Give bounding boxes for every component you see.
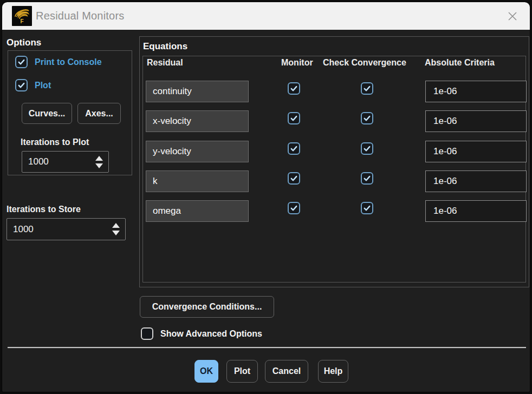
absolute-criteria-input[interactable]: 1e-06 [425, 200, 527, 222]
residual-monitors-dialog: F Residual Monitors Options Print to Con… [2, 2, 530, 392]
iterations-to-store-label: Iterations to Store [7, 205, 81, 214]
column-header-monitor: Monitor [281, 58, 313, 68]
monitor-checkbox[interactable] [288, 172, 300, 185]
monitor-checkbox[interactable] [288, 202, 300, 214]
plot-button[interactable]: Plot [226, 360, 258, 383]
print-to-console-label: Print to Console [35, 57, 102, 67]
iterations-to-plot-label: Iterations to Plot [21, 137, 89, 147]
spinner-arrows[interactable] [95, 156, 103, 168]
equations-heading: Equations [143, 41, 187, 52]
iterations-to-plot-spinner[interactable]: 1000 [22, 151, 109, 173]
monitor-checkbox[interactable] [288, 82, 300, 95]
curves-button[interactable]: Curves... [22, 103, 72, 124]
plot-checkbox[interactable]: Plot [15, 79, 51, 91]
show-advanced-options-label: Show Advanced Options [160, 329, 262, 339]
column-header-check-convergence: Check Convergence [323, 58, 406, 68]
spinner-arrows[interactable] [112, 223, 120, 235]
iterations-to-store-value[interactable]: 1000 [7, 224, 112, 235]
footer-separator [8, 347, 526, 349]
spin-up-icon[interactable] [95, 156, 103, 161]
window-title: Residual Monitors [36, 2, 124, 30]
print-to-console-checkbox[interactable]: Print to Console [15, 56, 102, 68]
residual-name-field: k [146, 170, 249, 192]
residual-name-field: omega [146, 200, 249, 222]
options-heading: Options [7, 37, 41, 48]
spin-down-icon[interactable] [112, 231, 120, 235]
iterations-to-store-spinner[interactable]: 1000 [7, 218, 126, 240]
column-header-absolute-criteria: Absolute Criteria [425, 58, 495, 68]
residual-name-field: x-velocity [146, 110, 249, 132]
axes-button[interactable]: Axes... [77, 103, 121, 124]
check-convergence-checkbox[interactable] [361, 172, 373, 185]
residual-name-field: y-velocity [146, 141, 249, 162]
monitor-checkbox[interactable] [288, 112, 300, 124]
absolute-criteria-input[interactable]: 1e-06 [425, 110, 527, 132]
show-advanced-options-checkbox[interactable]: Show Advanced Options [141, 327, 262, 340]
absolute-criteria-input[interactable]: 1e-06 [425, 81, 527, 102]
absolute-criteria-input[interactable]: 1e-06 [425, 141, 527, 162]
plot-option-label: Plot [35, 81, 51, 90]
ok-button[interactable]: OK [194, 360, 218, 383]
absolute-criteria-input[interactable]: 1e-06 [425, 170, 527, 192]
check-convergence-checkbox[interactable] [361, 82, 373, 95]
spin-down-icon[interactable] [95, 163, 103, 168]
check-convergence-checkbox[interactable] [361, 112, 373, 124]
cancel-button[interactable]: Cancel [265, 360, 308, 383]
spin-up-icon[interactable] [112, 223, 120, 228]
convergence-conditions-button[interactable]: Convergence Conditions... [140, 296, 274, 318]
title-bar[interactable]: F Residual Monitors [2, 2, 530, 30]
checkbox-checked-icon [15, 56, 28, 68]
column-header-residual: Residual [147, 58, 183, 68]
svg-text:F: F [21, 18, 24, 24]
check-convergence-checkbox[interactable] [361, 202, 373, 214]
help-button[interactable]: Help [318, 360, 348, 383]
monitor-checkbox[interactable] [288, 142, 300, 155]
checkbox-checked-icon [15, 79, 28, 91]
iterations-to-plot-value[interactable]: 1000 [22, 156, 95, 167]
close-icon[interactable] [504, 8, 521, 25]
fluent-logo-icon: F [12, 6, 32, 26]
checkbox-unchecked-icon [141, 327, 153, 340]
check-convergence-checkbox[interactable] [361, 142, 373, 155]
residual-name-field: continuity [146, 81, 249, 102]
